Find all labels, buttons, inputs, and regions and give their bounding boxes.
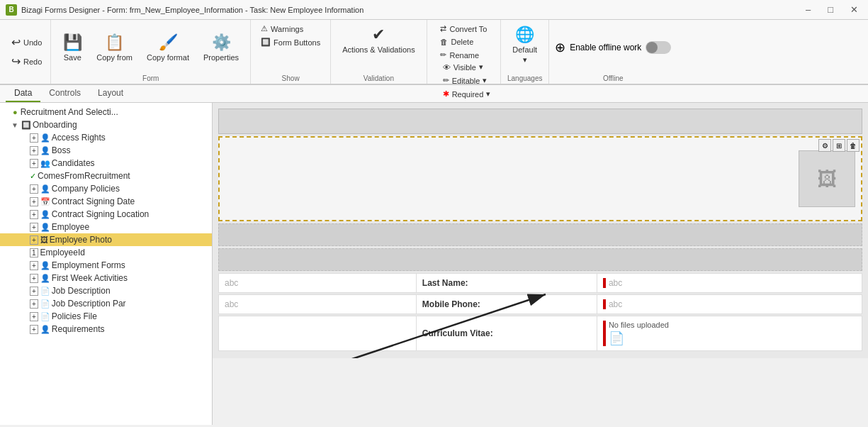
warnings-button[interactable]: ⚠ Warnings (257, 23, 325, 35)
curriculum-required-bar (603, 321, 606, 346)
separator-row-2 (218, 248, 862, 271)
access-rights-marker: + (30, 133, 38, 143)
undo-button[interactable]: ↩ Undo (7, 33, 46, 51)
recruitment-label: Recruitment And Selecti... (21, 107, 118, 117)
copy-format-label: Copy format (147, 53, 189, 62)
copy-from-button[interactable]: 📋 Copy from (91, 30, 138, 65)
company-policies-marker: + (30, 184, 38, 194)
sidebar-item-access-rights[interactable]: + 👤 Access Rights (0, 131, 212, 144)
comes-from-icon: ✓ (30, 172, 36, 181)
sidebar-item-contract-signing-date[interactable]: + 📅 Contract Signing Date (0, 195, 212, 208)
convert-to-button[interactable]: ⇄ Convert To (436, 23, 491, 35)
requirements-marker: + (30, 325, 38, 334)
actions-validations-button[interactable]: ✔ Actions & Validations (337, 23, 421, 57)
sidebar-item-comes-from-recruitment[interactable]: ✓ ComesFromRecruitment (0, 170, 212, 182)
job-desc-marker: + (30, 287, 38, 296)
language-icon: 🌐 (515, 26, 534, 44)
mobile-value-wrapper: abc (603, 299, 856, 309)
last-name-value: abc (609, 278, 622, 288)
offline-group-label: Offline (603, 72, 624, 82)
sidebar-item-policies-file[interactable]: + 📄 Policies File (0, 310, 212, 323)
last-name-label-cell: Last Name: (417, 274, 597, 292)
redo-icon: ↪ (11, 55, 21, 68)
sidebar-item-recruitment[interactable]: ● Recruitment And Selecti... (0, 106, 212, 118)
copy-format-icon: 🖌️ (159, 33, 178, 52)
visible-button[interactable]: 👁 Visible ▾ (439, 61, 495, 73)
contract-date-marker: + (30, 197, 38, 206)
minimize-button[interactable]: – (801, 3, 815, 16)
rename-button[interactable]: ✏ Rename (436, 49, 491, 61)
maximize-button[interactable]: □ (823, 3, 838, 16)
sidebar-item-candidates[interactable]: + 👥 Candidates (0, 157, 212, 170)
form-buttons-icon: 🔲 (261, 38, 271, 47)
required-button[interactable]: ✱ Required ▾ (439, 88, 495, 100)
mobile-value: abc (609, 299, 622, 309)
employee-id-label: EmployeeId (40, 248, 85, 257)
contract-location-label: Contract Signing Location (52, 209, 149, 219)
ribbon: ↩ Undo ↪ Redo 💾 Save 📋 Copy from 🖌️ Copy… (0, 20, 868, 85)
tab-layout[interactable]: Layout (89, 85, 132, 102)
employment-forms-label: Employment Forms (52, 260, 125, 270)
sidebar-item-job-description[interactable]: + 📄 Job Description (0, 284, 212, 297)
sidebar-item-employee-photo[interactable]: + 🖼 Employee Photo (0, 233, 212, 246)
convert-to-label: Convert To (449, 25, 487, 33)
validation-group-label: Validation (363, 72, 394, 82)
sidebar-item-employment-forms[interactable]: + 👤 Employment Forms (0, 259, 212, 272)
sidebar-item-onboarding[interactable]: ▼ 🔲 Onboarding (0, 118, 212, 131)
employee-photo-label: Employee Photo (50, 235, 112, 245)
boss-icon: 👤 (40, 146, 50, 155)
last-name-value-wrapper: abc (603, 278, 856, 288)
section-grid-button[interactable]: ⊞ (833, 139, 845, 152)
comes-from-label: ComesFromRecruitment (38, 171, 130, 181)
close-button[interactable]: ✕ (846, 3, 862, 16)
app-icon: B (6, 4, 17, 16)
sidebar-item-first-week[interactable]: + 👤 First Week Activities (0, 272, 212, 284)
sidebar: ● Recruitment And Selecti... ▼ 🔲 Onboard… (0, 103, 213, 425)
mobile-label-cell: Mobile Phone: (417, 295, 597, 314)
delete-label: Delete (451, 38, 473, 46)
warnings-icon: ⚠ (261, 24, 268, 33)
copy-format-button[interactable]: 🖌️ Copy format (141, 30, 195, 65)
section-delete-button[interactable]: 🗑 (847, 139, 859, 152)
sidebar-item-boss[interactable]: + 👤 Boss (0, 144, 212, 157)
requirements-label: Requirements (52, 324, 105, 334)
rename-label: Rename (449, 51, 479, 60)
section-settings-button[interactable]: ⚙ (818, 139, 831, 152)
tab-bar: Data Controls Layout (0, 85, 868, 103)
save-button[interactable]: 💾 Save (57, 30, 88, 65)
editable-dropdown-icon: ▾ (483, 76, 487, 85)
boss-marker: + (30, 146, 38, 155)
top-gray-row (218, 109, 862, 134)
convert-to-icon: ⇄ (440, 24, 446, 33)
languages-group-label: Languages (507, 72, 543, 82)
save-icon: 💾 (63, 33, 82, 52)
sidebar-item-contract-signing-location[interactable]: + 👤 Contract Signing Location (0, 208, 212, 221)
sidebar-item-requirements[interactable]: + 👤 Requirements (0, 323, 212, 336)
redo-button[interactable]: ↪ Redo (7, 52, 46, 70)
sidebar-item-job-description-par[interactable]: + 📄 Job Description Par (0, 297, 212, 310)
job-desc-par-icon: 📄 (40, 299, 50, 309)
sidebar-item-employee[interactable]: + 👤 Employee (0, 221, 212, 233)
tab-controls[interactable]: Controls (40, 85, 89, 102)
form-buttons-row: 💾 Save 📋 Copy from 🖌️ Copy format ⚙️ Pro… (57, 23, 244, 72)
offline-toggle[interactable] (646, 41, 671, 54)
candidates-marker: + (30, 159, 38, 168)
required-label: Required (452, 90, 484, 99)
form-buttons-label: Form Buttons (274, 38, 320, 47)
delete-button[interactable]: 🗑 Delete (436, 36, 491, 48)
form-buttons-button[interactable]: 🔲 Form Buttons (257, 36, 325, 48)
expand-onboarding[interactable]: ▼ (11, 121, 20, 129)
section-toolbar: ⚙ ⊞ 🗑 (818, 139, 859, 152)
properties-button[interactable]: ⚙️ Properties (198, 30, 244, 65)
sidebar-item-company-policies[interactable]: + 👤 Company Policies (0, 182, 212, 195)
default-language-button[interactable]: 🌐 Default ▾ (507, 23, 543, 67)
visible-dropdown-icon: ▾ (479, 62, 483, 72)
tab-data[interactable]: Data (6, 85, 40, 102)
delete-icon: 🗑 (440, 38, 448, 46)
mobile-left-cell: abc (219, 295, 417, 314)
rename-icon: ✏ (440, 50, 446, 60)
warnings-label: Warnings (271, 25, 303, 33)
editable-button[interactable]: ✏ Editable ▾ (439, 74, 495, 87)
employee-label: Employee (52, 222, 89, 232)
sidebar-item-employee-id[interactable]: 1 EmployeeId (0, 246, 212, 259)
